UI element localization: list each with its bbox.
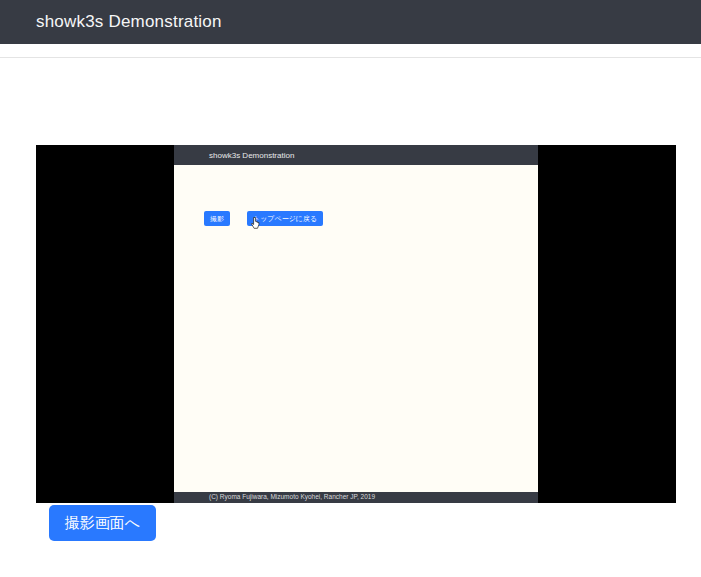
captured-copyright-text: (C) Ryoma Fujiwara, Mizumoto Kyohei, Ran… (209, 494, 375, 501)
captured-content: 撮影 トップページに戻る (174, 165, 538, 492)
screenshot-stage: showk3s Demonstration 撮影 トップページに戻る (C) R… (36, 145, 676, 503)
page-title: showk3s Demonstration (36, 12, 222, 32)
captured-button-row: 撮影 トップページに戻る (204, 211, 323, 226)
captured-capture-button: 撮影 (204, 211, 230, 226)
captured-page-title: showk3s Demonstration (209, 151, 294, 160)
captured-screenshot: showk3s Demonstration 撮影 トップページに戻る (C) R… (174, 145, 538, 503)
pointer-hand-icon (251, 217, 260, 230)
captured-app-header: showk3s Demonstration (174, 145, 538, 165)
capture-screen-button[interactable]: 撮影画面へ (49, 505, 156, 541)
captured-footer: (C) Ryoma Fujiwara, Mizumoto Kyohei, Ran… (174, 492, 538, 503)
header-divider (0, 57, 701, 58)
app-header: showk3s Demonstration (0, 0, 701, 44)
